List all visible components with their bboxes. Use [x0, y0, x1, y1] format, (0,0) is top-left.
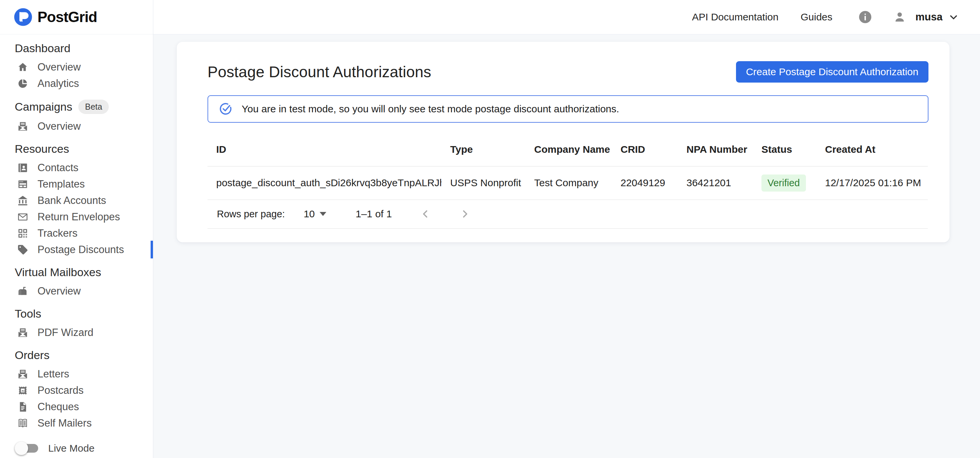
section-heading-tools: Tools: [0, 299, 153, 324]
template-icon: [17, 178, 29, 190]
column-header-created-at: Created At: [816, 133, 928, 166]
next-page-button[interactable]: [459, 208, 471, 220]
mailbox-icon: [17, 285, 29, 297]
section-heading-resources: Resources: [0, 135, 153, 160]
table-row[interactable]: postage_discount_auth_sDi26krvq3b8yeTnpA…: [207, 166, 928, 200]
topbar: API Documentation Guides musa: [153, 0, 980, 35]
cell-id: postage_discount_auth_sDi26krvq3b8yeTnpA…: [207, 166, 441, 200]
home-icon: [17, 61, 29, 73]
authorizations-table: ID Type Company Name CRID NPA Number Sta…: [207, 133, 928, 200]
beta-badge: Beta: [78, 100, 109, 114]
info-icon[interactable]: [858, 10, 873, 24]
dropdown-caret-icon: [320, 212, 326, 216]
section-heading-virtual-mailboxes: Virtual Mailboxes: [0, 258, 153, 283]
table-header-row: ID Type Company Name CRID NPA Number Sta…: [207, 133, 928, 166]
document-icon: [17, 401, 29, 413]
brand-name: PostGrid: [38, 9, 97, 25]
bank-icon: [17, 195, 29, 207]
stamp-icon: [17, 384, 29, 396]
sidebar-nav: Dashboard Overview Analytics Campaigns B…: [0, 35, 153, 454]
live-mode-row: Live Mode: [0, 443, 153, 454]
sidebar-item-contacts[interactable]: Contacts: [0, 160, 153, 176]
section-heading-campaigns: Campaigns Beta: [0, 92, 153, 118]
status-badge: Verified: [762, 174, 806, 192]
live-mode-toggle[interactable]: [16, 444, 38, 453]
chevron-down-icon[interactable]: [948, 11, 959, 23]
column-header-company-name: Company Name: [525, 133, 612, 166]
sidebar-item-letters[interactable]: Letters: [0, 366, 153, 382]
previous-page-button[interactable]: [419, 208, 431, 220]
user-name[interactable]: musa: [915, 11, 942, 23]
page-title: Postage Discount Authorizations: [207, 63, 431, 81]
create-postage-discount-authorization-button[interactable]: Create Postage Discount Authorization: [736, 61, 929, 82]
pagination-range: 1–1 of 1: [356, 208, 392, 220]
pagination: Rows per page: 10 1–1 of 1: [207, 200, 928, 229]
mail-letter-icon: [17, 368, 29, 380]
sidebar-item-pdf-wizard[interactable]: PDF Wizard: [0, 324, 153, 341]
sidebar-item-trackers[interactable]: Trackers: [0, 225, 153, 241]
postgrid-logo-icon: [13, 7, 33, 27]
column-header-npa-number: NPA Number: [678, 133, 753, 166]
column-header-id: ID: [207, 133, 441, 166]
api-documentation-link[interactable]: API Documentation: [692, 11, 778, 23]
sidebar-item-overview-virtual-mailboxes[interactable]: Overview: [0, 283, 153, 299]
live-mode-label: Live Mode: [48, 443, 94, 454]
envelope-icon: [17, 211, 29, 223]
contacts-icon: [17, 162, 29, 174]
qr-code-icon: [17, 227, 29, 239]
column-header-type: Type: [441, 133, 525, 166]
cell-status: Verified: [753, 166, 816, 200]
column-header-crid: CRID: [612, 133, 678, 166]
sidebar: PostGrid Dashboard Overview Analytics Ca…: [0, 0, 153, 458]
sidebar-item-bank-accounts[interactable]: Bank Accounts: [0, 192, 153, 209]
mail-letter-icon: [17, 326, 29, 339]
sidebar-item-overview-dashboard[interactable]: Overview: [0, 59, 153, 75]
tag-icon: [17, 244, 29, 256]
cell-company-name: Test Company: [525, 166, 612, 200]
test-mode-banner: You are in test mode, so you will only s…: [207, 95, 929, 123]
brand-logo[interactable]: PostGrid: [0, 0, 153, 35]
sidebar-item-postcards[interactable]: Postcards: [0, 382, 153, 398]
check-circle-icon: [218, 101, 233, 116]
user-avatar-icon[interactable]: [892, 10, 907, 25]
guides-link[interactable]: Guides: [800, 11, 832, 23]
sidebar-item-templates[interactable]: Templates: [0, 176, 153, 192]
mail-letter-icon: [17, 120, 29, 132]
section-heading-dashboard: Dashboard: [0, 39, 153, 59]
cell-type: USPS Nonprofit: [441, 166, 525, 200]
rows-per-page-select[interactable]: 10: [304, 208, 326, 220]
test-mode-message: You are in test mode, so you will only s…: [242, 103, 619, 115]
pie-chart-icon: [17, 78, 29, 90]
toggle-thumb: [15, 442, 28, 455]
sidebar-item-analytics[interactable]: Analytics: [0, 75, 153, 92]
section-heading-orders: Orders: [0, 341, 153, 366]
postage-discounts-card: Postage Discount Authorizations Create P…: [177, 42, 950, 242]
sidebar-item-cheques[interactable]: Cheques: [0, 398, 153, 415]
active-indicator-bar: [151, 241, 153, 258]
sidebar-item-overview-campaigns[interactable]: Overview: [0, 118, 153, 135]
sidebar-item-postage-discounts[interactable]: Postage Discounts: [0, 241, 153, 258]
rows-per-page-label: Rows per page:: [217, 209, 285, 220]
column-header-status: Status: [753, 133, 816, 166]
cell-crid: 22049129: [612, 166, 678, 200]
sidebar-item-self-mailers[interactable]: Self Mailers: [0, 415, 153, 431]
cell-created-at: 12/17/2025 01:16 PM: [816, 166, 928, 200]
sidebar-item-return-envelopes[interactable]: Return Envelopes: [0, 209, 153, 225]
cell-npa-number: 36421201: [678, 166, 753, 200]
open-book-icon: [17, 417, 29, 429]
main-content: Postage Discount Authorizations Create P…: [153, 35, 980, 458]
